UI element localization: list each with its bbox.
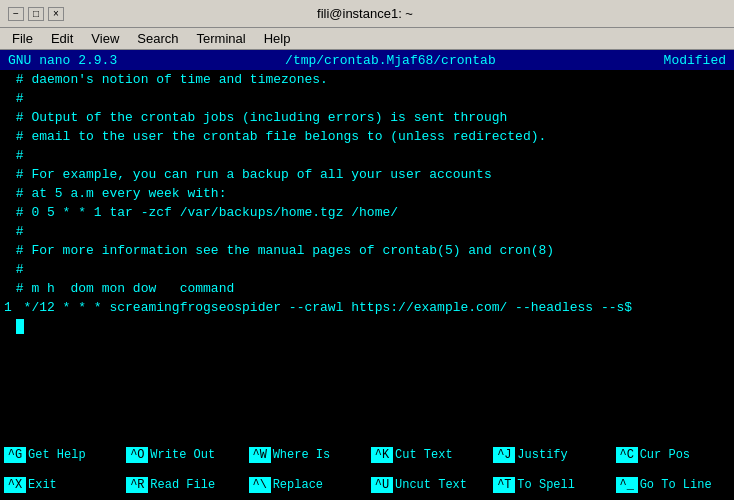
line-content: # 0 5 * * 1 tar -zcf /var/backups/home.t… (16, 203, 398, 222)
line-number (4, 165, 16, 184)
line-number (4, 70, 16, 89)
nano-filename: /tmp/crontab.Mjaf68/crontab (285, 53, 496, 68)
nano-status-bar: GNU nano 2.9.3 /tmp/crontab.Mjaf68/cront… (0, 50, 734, 70)
shortcut-key: ^T (493, 477, 515, 493)
line-content: # email to the user the crontab file bel… (16, 127, 547, 146)
shortcut-label: Write Out (150, 448, 215, 462)
line-number (4, 127, 16, 146)
menu-item-search[interactable]: Search (129, 29, 186, 48)
line-content: # (16, 146, 24, 165)
menu-item-help[interactable]: Help (256, 29, 299, 48)
shortcut-label: Go To Line (640, 478, 712, 492)
line-content: # For more information see the manual pa… (16, 241, 554, 260)
line-content: # (16, 222, 24, 241)
shortcut-item[interactable]: ^\Replace (245, 470, 367, 500)
editor-line: # Output of the crontab jobs (including … (4, 108, 730, 127)
shortcut-item[interactable]: ^UUncut Text (367, 470, 489, 500)
title-bar: − □ × fili@instance1: ~ (0, 0, 734, 28)
shortcut-label: Where Is (273, 448, 331, 462)
line-content: # m h dom mon dow command (16, 279, 234, 298)
shortcut-key: ^X (4, 477, 26, 493)
shortcut-label: Get Help (28, 448, 86, 462)
shortcut-item[interactable]: ^OWrite Out (122, 440, 244, 470)
line-number (4, 146, 16, 165)
editor-line: # email to the user the crontab file bel… (4, 127, 730, 146)
shortcut-item[interactable]: ^GGet Help (0, 440, 122, 470)
shortcut-key: ^U (371, 477, 393, 493)
editor-line: 1 */12 * * * screamingfrogseospider --cr… (4, 298, 730, 317)
editor-line: # (4, 146, 730, 165)
line-number (4, 108, 16, 127)
shortcut-label: Justify (517, 448, 567, 462)
shortcut-key: ^O (126, 447, 148, 463)
shortcut-key: ^W (249, 447, 271, 463)
shortcut-item[interactable]: ^_Go To Line (612, 470, 734, 500)
shortcut-item[interactable]: ^KCut Text (367, 440, 489, 470)
editor-line: # daemon's notion of time and timezones. (4, 70, 730, 89)
shortcut-key: ^\ (249, 477, 271, 493)
line-content: # daemon's notion of time and timezones. (16, 70, 328, 89)
line-content: # Output of the crontab jobs (including … (16, 108, 507, 127)
editor-line: # For example, you can run a backup of a… (4, 165, 730, 184)
line-content: # at 5 a.m every week with: (16, 184, 227, 203)
editor-line: # m h dom mon dow command (4, 279, 730, 298)
editor-line: # (4, 260, 730, 279)
window-title: fili@instance1: ~ (64, 6, 666, 21)
line-number (4, 317, 16, 336)
close-button[interactable]: × (48, 7, 64, 21)
line-content: # (16, 260, 24, 279)
line-number (4, 279, 16, 298)
line-number (4, 241, 16, 260)
maximize-button[interactable]: □ (28, 7, 44, 21)
shortcut-item[interactable]: ^JJustify (489, 440, 611, 470)
editor-line: # 0 5 * * 1 tar -zcf /var/backups/home.t… (4, 203, 730, 222)
editor-line: # For more information see the manual pa… (4, 241, 730, 260)
line-number (4, 260, 16, 279)
shortcut-key: ^J (493, 447, 515, 463)
shortcut-label: Read File (150, 478, 215, 492)
shortcut-label: Cur Pos (640, 448, 690, 462)
menu-item-view[interactable]: View (83, 29, 127, 48)
line-number: 1 (4, 298, 16, 317)
shortcut-label: Exit (28, 478, 57, 492)
shortcut-key: ^R (126, 477, 148, 493)
shortcut-label: Uncut Text (395, 478, 467, 492)
shortcut-item[interactable]: ^CCur Pos (612, 440, 734, 470)
line-number (4, 222, 16, 241)
menu-bar: FileEditViewSearchTerminalHelp (0, 28, 734, 50)
shortcut-key: ^G (4, 447, 26, 463)
line-content: # For example, you can run a backup of a… (16, 165, 492, 184)
line-number (4, 89, 16, 108)
shortcut-key: ^_ (616, 477, 638, 493)
line-number (4, 203, 16, 222)
line-content: */12 * * * screamingfrogseospider --craw… (16, 298, 632, 317)
line-number (4, 184, 16, 203)
editor-line: # at 5 a.m every week with: (4, 184, 730, 203)
shortcut-item[interactable]: ^XExit (0, 470, 122, 500)
text-cursor (16, 319, 24, 334)
shortcuts-bar: ^GGet Help^OWrite Out^WWhere Is^KCut Tex… (0, 440, 734, 500)
shortcut-item[interactable]: ^WWhere Is (245, 440, 367, 470)
shortcut-label: Cut Text (395, 448, 453, 462)
line-content: # (16, 89, 24, 108)
menu-item-file[interactable]: File (4, 29, 41, 48)
editor-line: # (4, 89, 730, 108)
editor-area[interactable]: # daemon's notion of time and timezones.… (0, 70, 734, 440)
menu-item-edit[interactable]: Edit (43, 29, 81, 48)
minimize-button[interactable]: − (8, 7, 24, 21)
shortcut-key: ^K (371, 447, 393, 463)
nano-modified: Modified (664, 53, 726, 68)
menu-item-terminal[interactable]: Terminal (189, 29, 254, 48)
editor-line (4, 317, 730, 336)
nano-version: GNU nano 2.9.3 (8, 53, 117, 68)
editor-line: # (4, 222, 730, 241)
shortcut-item[interactable]: ^TTo Spell (489, 470, 611, 500)
shortcut-item[interactable]: ^RRead File (122, 470, 244, 500)
shortcut-label: To Spell (517, 478, 575, 492)
shortcut-label: Replace (273, 478, 323, 492)
shortcut-key: ^C (616, 447, 638, 463)
